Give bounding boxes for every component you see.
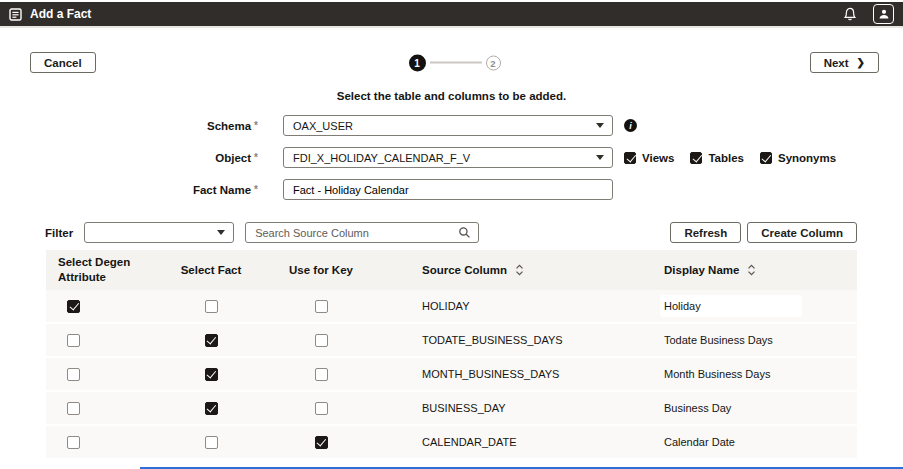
filter-bar: Filter Refresh Create Column (45, 222, 857, 243)
filter-label: Filter (45, 227, 73, 239)
display-name-value[interactable]: Holiday (660, 295, 802, 317)
next-button[interactable]: Next ❯ (810, 52, 879, 73)
use-for-key-checkbox[interactable] (315, 300, 328, 313)
column-header-source-column[interactable]: Source Column (376, 259, 618, 282)
tables-filter[interactable]: Tables (690, 152, 744, 164)
views-filter[interactable]: Views (624, 152, 674, 164)
step-caption: Select the table and columns to be added… (0, 90, 903, 102)
sort-icon (515, 264, 524, 276)
notifications-bell-icon[interactable] (843, 6, 857, 22)
display-name-value[interactable]: Todate Business Days (664, 334, 773, 346)
bottom-left-overlay (0, 462, 140, 469)
user-avatar-icon[interactable] (873, 4, 894, 24)
tables-checkbox[interactable] (690, 152, 702, 164)
page-title: Add a Fact (30, 7, 91, 21)
stepper-connector (430, 62, 482, 64)
table-header-row: Select Degen Attribute Select Fact Use f… (46, 250, 857, 290)
required-asterisk: * (254, 152, 258, 163)
table-row: CALENDAR_DATE Calendar Date (46, 426, 857, 460)
views-label: Views (642, 152, 674, 164)
display-name-value[interactable]: Business Day (664, 402, 731, 414)
degen-attribute-checkbox[interactable] (67, 300, 80, 313)
schema-select[interactable]: OAX_USER (283, 115, 613, 136)
select-fact-checkbox[interactable] (205, 402, 218, 415)
use-for-key-checkbox[interactable] (315, 436, 328, 449)
info-icon[interactable]: i (624, 119, 637, 132)
fact-form: Schema* OAX_USER i Object* FDI_X_HOLIDAY… (0, 115, 903, 200)
tables-label: Tables (708, 152, 744, 164)
source-column-value: TODATE_BUSINESS_DAYS (376, 334, 618, 346)
required-asterisk: * (254, 120, 258, 131)
use-for-key-checkbox[interactable] (315, 368, 328, 381)
select-fact-checkbox[interactable] (205, 334, 218, 347)
column-header-display-name[interactable]: Display Name (618, 259, 857, 282)
object-select[interactable]: FDI_X_HOLIDAY_CALENDAR_F_V (283, 147, 613, 168)
select-fact-checkbox[interactable] (205, 300, 218, 313)
chevron-right-icon: ❯ (857, 57, 865, 68)
object-type-filters: Views Tables Synonyms (624, 152, 836, 164)
select-fact-checkbox[interactable] (205, 436, 218, 449)
refresh-button[interactable]: Refresh (670, 222, 741, 243)
step-1-indicator[interactable]: 1 (409, 54, 426, 71)
step-2-indicator[interactable]: 2 (486, 55, 501, 70)
select-fact-checkbox[interactable] (205, 368, 218, 381)
sort-icon (747, 264, 756, 276)
source-columns-table: Select Degen Attribute Select Fact Use f… (46, 250, 857, 460)
cancel-button[interactable]: Cancel (30, 52, 96, 73)
fact-name-row: Fact Name* (0, 179, 903, 200)
degen-attribute-checkbox[interactable] (67, 402, 80, 415)
table-row: TODATE_BUSINESS_DAYS Todate Business Day… (46, 324, 857, 358)
schema-label: Schema* (0, 120, 258, 132)
table-row: BUSINESS_DAY Business Day (46, 392, 857, 426)
wizard-action-bar: Cancel 1 2 Next ❯ (30, 52, 879, 73)
synonyms-label: Synonyms (778, 152, 836, 164)
column-header-select-fact: Select Fact (156, 259, 266, 282)
use-for-key-checkbox[interactable] (315, 334, 328, 347)
fact-name-label: Fact Name* (0, 184, 258, 196)
synonyms-filter[interactable]: Synonyms (760, 152, 836, 164)
search-source-column-input[interactable] (245, 222, 479, 243)
degen-attribute-checkbox[interactable] (67, 368, 80, 381)
object-row: Object* FDI_X_HOLIDAY_CALENDAR_F_V Views… (0, 147, 903, 168)
table-row: MONTH_BUSINESS_DAYS Month Business Days (46, 358, 857, 392)
magnifier-search-icon[interactable] (458, 226, 471, 241)
column-header-select-degen-attribute: Select Degen Attribute (46, 251, 156, 289)
column-header-use-for-key: Use for Key (266, 259, 376, 282)
display-name-value[interactable]: Calendar Date (664, 436, 735, 448)
table-row: HOLIDAY Holiday (46, 290, 857, 324)
create-column-button[interactable]: Create Column (747, 222, 857, 243)
title-bar: Add a Fact (0, 2, 903, 28)
source-column-value: HOLIDAY (376, 300, 618, 312)
form-sheet-icon (9, 8, 22, 21)
next-button-label: Next (824, 57, 849, 69)
schema-row: Schema* OAX_USER i (0, 115, 903, 136)
add-a-fact-page: Add a Fact Cancel 1 2 Next ❯ Select the … (0, 0, 903, 469)
use-for-key-checkbox[interactable] (315, 402, 328, 415)
display-name-value[interactable]: Month Business Days (664, 368, 770, 380)
object-label: Object* (0, 152, 258, 164)
filter-select[interactable] (84, 222, 234, 243)
source-column-value: MONTH_BUSINESS_DAYS (376, 368, 618, 380)
source-column-value: CALENDAR_DATE (376, 436, 618, 448)
degen-attribute-checkbox[interactable] (67, 436, 80, 449)
synonyms-checkbox[interactable] (760, 152, 772, 164)
wizard-stepper: 1 2 (409, 54, 501, 71)
degen-attribute-checkbox[interactable] (67, 334, 80, 347)
source-column-value: BUSINESS_DAY (376, 402, 618, 414)
required-asterisk: * (254, 184, 258, 195)
views-checkbox[interactable] (624, 152, 636, 164)
fact-name-input[interactable] (283, 179, 613, 200)
